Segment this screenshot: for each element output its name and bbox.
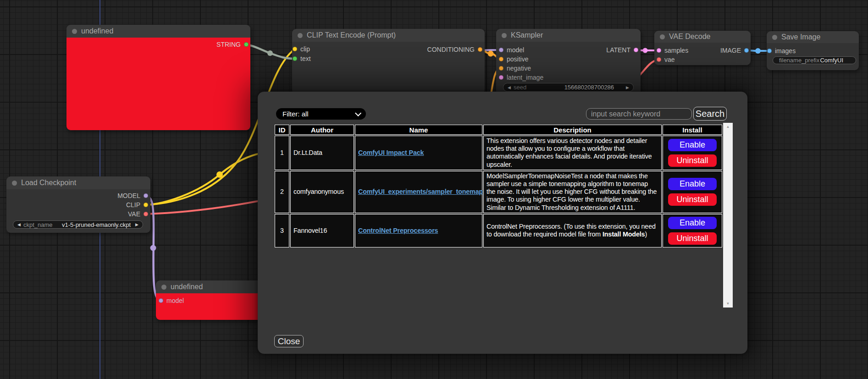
cell-id: 3	[275, 214, 289, 247]
wire-dot-model	[150, 245, 156, 251]
input-label: model	[507, 46, 524, 54]
header-install: Install	[663, 125, 722, 135]
node-title: Save Image	[781, 33, 820, 41]
node-title-bar[interactable]: Load Checkpoint	[6, 176, 150, 189]
input-label: vae	[664, 56, 675, 63]
uninstall-button[interactable]: Uninstall	[668, 154, 717, 167]
extension-link[interactable]: ControlNet Preprocessors	[358, 227, 438, 234]
input-slot-negative[interactable]	[499, 66, 503, 71]
next-arrow-icon[interactable]: ▶	[135, 222, 138, 227]
widget-label: seed	[514, 84, 526, 91]
output-slot-string[interactable]	[244, 42, 249, 47]
node-load-checkpoint[interactable]: Load Checkpoint MODEL CLIP VAE ◀ ckpt_na…	[6, 176, 150, 233]
input-slot-samples[interactable]	[657, 48, 661, 53]
uninstall-button[interactable]: Uninstall	[668, 193, 717, 206]
cell-id: 2	[275, 171, 289, 213]
input-slot-model[interactable]	[499, 48, 503, 52]
enable-button[interactable]: Enable	[668, 217, 717, 229]
output-slot-latent[interactable]	[634, 48, 638, 52]
input-label: model	[166, 297, 184, 304]
widget-value: v1-5-pruned-emaonly.ckpt	[62, 221, 131, 228]
output-slot-vae[interactable]	[144, 212, 148, 216]
table-row: 1 Dr.Lt.Data ComfyUI Impact Pack This ex…	[275, 136, 722, 170]
input-slot-positive[interactable]	[499, 57, 503, 61]
search-button[interactable]: Search	[693, 107, 727, 121]
wire-dot-string	[267, 50, 273, 56]
cell-id: 1	[275, 136, 289, 170]
collapse-dot-icon[interactable]	[660, 34, 665, 39]
cell-description: This extension offers various detector n…	[483, 136, 662, 170]
filter-select[interactable]: Filter: all	[276, 108, 366, 120]
output-label: CLIP	[126, 201, 140, 209]
output-slot-model[interactable]	[144, 193, 148, 198]
node-ksampler[interactable]: KSampler model positive negative latent_…	[496, 29, 641, 95]
comfyui-canvas[interactable]: undefined STRING CLIP Text Encode (Promp…	[0, 0, 868, 379]
custom-nodes-manager-dialog: Filter: all Search ID Author Name Descri…	[258, 92, 747, 354]
table-scrollbar[interactable]: ▲ ▼	[723, 123, 733, 308]
filter-selected-value: Filter: all	[282, 110, 309, 118]
collapse-dot-icon[interactable]	[502, 33, 507, 38]
scroll-up-icon[interactable]: ▲	[723, 125, 733, 129]
uninstall-button[interactable]: Uninstall	[668, 232, 717, 245]
input-label: positive	[507, 55, 528, 63]
prev-arrow-icon[interactable]: ◀	[17, 222, 21, 227]
table-row: 2 comfyanonymous ComfyUI_experiments/sam…	[275, 171, 722, 213]
collapse-dot-icon[interactable]	[298, 33, 303, 38]
input-slot-images[interactable]	[767, 49, 772, 53]
widget-label: filename_prefix	[779, 57, 819, 64]
node-title: Load Checkpoint	[21, 179, 76, 187]
widget-label: ckpt_name	[23, 221, 53, 228]
enable-button[interactable]: Enable	[668, 178, 717, 190]
node-title-bar[interactable]: KSampler	[496, 29, 641, 42]
collapse-dot-icon[interactable]	[12, 181, 17, 186]
input-label: samples	[664, 47, 688, 54]
seed-widget[interactable]: ◀ seed 156680208700286 ▶	[503, 83, 634, 92]
output-slot-clip[interactable]	[144, 203, 148, 207]
output-slot-conditioning[interactable]	[478, 47, 482, 52]
filename-prefix-widget[interactable]: filename_prefix ComfyUI	[773, 56, 856, 64]
input-slot-latent-image[interactable]	[499, 75, 503, 80]
header-name: Name	[355, 125, 482, 135]
widget-value: 156680208700286	[564, 84, 614, 91]
cell-author: Fannovel16	[290, 214, 354, 247]
node-vae-decode[interactable]: VAE Decode samples vae IMAGE	[654, 31, 751, 65]
input-slot-model[interactable]	[159, 298, 163, 303]
extension-link[interactable]: ComfyUI Impact Pack	[358, 149, 424, 156]
node-title: VAE Decode	[669, 33, 710, 41]
cell-description: ModelSamplerTonemapNoiseTest a node that…	[483, 171, 662, 213]
input-label: images	[775, 47, 796, 55]
collapse-dot-icon[interactable]	[161, 285, 166, 290]
node-title-bar[interactable]: CLIP Text Encode (Prompt)	[292, 29, 485, 42]
node-clip-text-encode[interactable]: CLIP Text Encode (Prompt) clip text COND…	[292, 29, 485, 94]
cell-install: Enable Uninstall	[663, 171, 722, 213]
close-button[interactable]: Close	[274, 335, 304, 347]
widget-value: ComfyUI	[820, 57, 843, 64]
extension-link[interactable]: ComfyUI_experiments/sampler_tonemap	[358, 188, 483, 195]
cell-description: ControlNet Preprocessors. (To use this e…	[483, 214, 662, 247]
input-slot-text[interactable]	[293, 56, 297, 61]
header-author: Author	[290, 125, 354, 135]
collapse-dot-icon[interactable]	[72, 29, 77, 34]
input-label: text	[300, 55, 311, 62]
ckpt-name-widget[interactable]: ◀ ckpt_name v1-5-pruned-emaonly.ckpt ▶	[13, 220, 143, 229]
node-title: KSampler	[511, 31, 543, 39]
input-slot-vae[interactable]	[657, 57, 661, 62]
node-title: undefined	[81, 27, 113, 35]
enable-button[interactable]: Enable	[668, 139, 717, 151]
node-save-image[interactable]: Save Image images filename_prefix ComfyU…	[767, 31, 859, 70]
header-id: ID	[275, 125, 289, 135]
chevron-down-icon	[355, 110, 361, 116]
output-slot-image[interactable]	[744, 48, 749, 53]
decrement-arrow-icon[interactable]: ◀	[508, 85, 511, 90]
node-title: undefined	[171, 283, 203, 291]
scroll-down-icon[interactable]: ▼	[723, 302, 733, 306]
increment-arrow-icon[interactable]: ▶	[626, 85, 629, 90]
search-input[interactable]	[586, 108, 692, 120]
collapse-dot-icon[interactable]	[772, 35, 777, 40]
input-slot-clip[interactable]	[293, 47, 297, 51]
node-title-bar[interactable]: undefined	[66, 25, 250, 38]
node-undefined-top[interactable]: undefined STRING	[66, 25, 250, 130]
output-label: LATENT	[606, 46, 630, 54]
node-title-bar[interactable]: Save Image	[767, 31, 859, 43]
node-title-bar[interactable]: VAE Decode	[654, 31, 751, 43]
